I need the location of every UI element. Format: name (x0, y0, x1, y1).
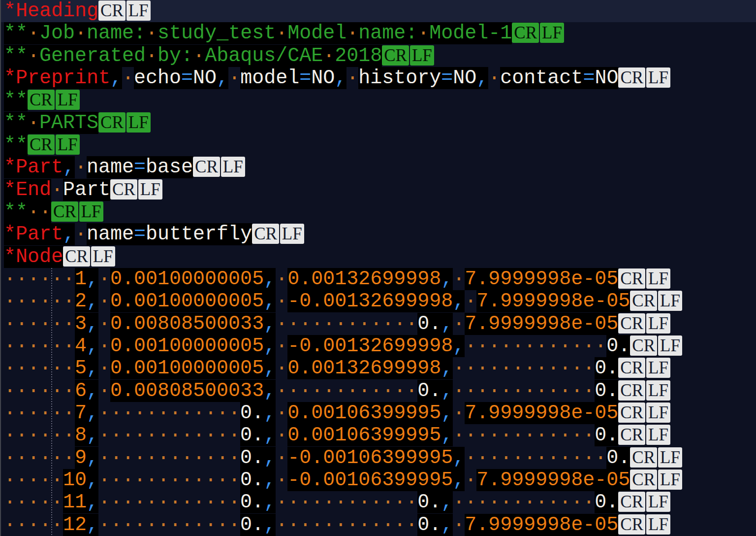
line-node-8[interactable]: ······8,············0.,·0.00106399995,··… (1, 424, 756, 446)
cr-marker: CR (618, 425, 645, 445)
line-node-2[interactable]: ······2,·0.00100000005,·-0.00132699998,·… (1, 290, 756, 312)
lf-marker: LF (646, 402, 670, 423)
token-punctuation: = (299, 67, 311, 89)
token-whitespace-dots: · (51, 179, 63, 201)
token-punctuation: , (441, 424, 453, 446)
lf-marker: LF (646, 380, 670, 401)
token-number: 11 (63, 491, 87, 513)
token-text: 0. (595, 424, 618, 446)
token-whitespace-dots: · (276, 290, 287, 312)
code-editor-area[interactable]: *HeadingCRLF**·Job·name:·study_test·Mode… (1, 0, 756, 536)
token-whitespace-dots: · (98, 313, 110, 335)
token-whitespace-dots: · (146, 22, 158, 44)
crlf-marker: CRLF (98, 112, 152, 134)
token-number: 6 (75, 380, 87, 402)
token-text: NO (193, 67, 217, 89)
lf-marker: LF (646, 268, 670, 289)
line-node-1[interactable]: ······1,·0.00100000005,·0.00132699998,·7… (1, 268, 756, 290)
crlf-marker: CRLF (618, 514, 671, 536)
lf-marker: LF (138, 179, 162, 200)
line-node-12[interactable]: ·····12,············0.,············0.,·7… (1, 514, 756, 536)
token-whitespace-dots: ······ (4, 402, 75, 424)
token-number: 4 (75, 335, 87, 357)
token-punctuation: , (87, 313, 98, 335)
lf-marker: LF (646, 514, 670, 535)
line-node-3[interactable]: ······3,·0.00808500033,············0.,·7… (1, 313, 756, 335)
crlf-marker: CRLF (618, 491, 671, 513)
crlf-marker: CRLF (98, 0, 152, 22)
token-number: 3 (75, 313, 87, 335)
lf-marker: LF (126, 112, 151, 133)
token-whitespace-dots: · (276, 268, 287, 290)
token-whitespace-dots: · (28, 22, 39, 44)
token-number: 0.00100000005 (110, 268, 264, 290)
crlf-marker: CRLF (51, 201, 104, 223)
line-node-5[interactable]: ······5,·0.00100000005,·0.00132699998,··… (1, 357, 756, 379)
token-whitespace-dots: · (28, 112, 39, 134)
token-whitespace-dots: · (98, 290, 110, 312)
token-whitespace-dots: · (488, 67, 500, 89)
line-comment-parts[interactable]: **·PARTSCRLF (1, 112, 756, 134)
line-part-butterfly[interactable]: *Part,·name=butterflyCRLF (1, 223, 756, 245)
crlf-marker: CRLF (512, 22, 565, 44)
token-text: 0. (240, 469, 264, 491)
token-punctuation: , (87, 380, 98, 402)
line-node-4[interactable]: ······4,·0.00100000005,·-0.00132699998,·… (1, 335, 756, 357)
token-comment: PARTS (39, 112, 98, 134)
lf-marker: LF (91, 246, 115, 267)
token-whitespace-dots: ············ (453, 380, 595, 402)
line-heading[interactable]: *HeadingCRLF (1, 0, 756, 22)
cr-marker: CR (63, 246, 90, 267)
token-whitespace-dots: ············ (453, 357, 595, 379)
cr-marker: CR (51, 201, 78, 222)
token-number: 0.00100000005 (110, 357, 264, 379)
token-number: 7.9999998e-05 (465, 313, 618, 335)
lf-marker: LF (410, 45, 434, 66)
lf-marker: LF (646, 425, 670, 445)
token-comment: Model-1 (429, 22, 512, 44)
line-node-7[interactable]: ······7,············0.,·0.00106399995,·7… (1, 402, 756, 424)
token-text: 0. (240, 402, 264, 424)
token-punctuation: , (453, 335, 465, 357)
token-text: name (87, 223, 134, 245)
lf-marker: LF (658, 469, 682, 490)
crlf-marker: CRLF (382, 45, 435, 67)
line-comment-job[interactable]: **·Job·name:·study_test·Model·name:·Mode… (1, 22, 756, 44)
lf-marker: LF (646, 67, 670, 88)
token-punctuation: , (264, 447, 276, 469)
crlf-marker: CRLF (618, 402, 671, 424)
line-end-part[interactable]: *End·PartCRLF (1, 179, 756, 201)
token-whitespace-dots: · (323, 45, 335, 67)
token-whitespace-dots: · (417, 22, 429, 44)
token-whitespace-dots: ············ (276, 491, 417, 513)
line-node-11[interactable]: ·····11,············0.,············0.,··… (1, 491, 756, 513)
token-comment: ** (4, 112, 28, 134)
token-text: echo (134, 67, 181, 89)
token-punctuation: , (441, 402, 453, 424)
line-preprint[interactable]: *Preprint,·echo=NO,·model=NO,·history=NO… (1, 67, 756, 89)
token-whitespace-dots: ············ (453, 491, 595, 513)
line-node-6[interactable]: ······6,·0.00808500033,············0.,··… (1, 380, 756, 402)
token-whitespace-dots: · (75, 22, 87, 44)
line-node-10[interactable]: ·····10,············0.,·-0.00106399995,·… (1, 469, 756, 491)
token-punctuation: , (264, 380, 276, 402)
token-number: 7.9999998e-05 (465, 514, 618, 536)
line-node-keyword[interactable]: *NodeCRLF (1, 246, 756, 268)
token-whitespace-dots: · (276, 335, 287, 357)
token-number: 0.00132699998 (287, 357, 441, 379)
token-comment: name: (358, 22, 417, 44)
line-node-9[interactable]: ······9,············0.,·-0.00106399995,·… (1, 447, 756, 469)
token-text: 0. (606, 447, 630, 469)
token-whitespace-dots: ····· (4, 514, 63, 536)
token-punctuation: , (63, 156, 75, 178)
token-text: NO (453, 67, 476, 89)
line-part-base[interactable]: *Part,·name=baseCRLF (1, 156, 756, 178)
token-whitespace-dots: · (276, 22, 287, 44)
line-comment-generated[interactable]: **·Generated·by:·Abaqus/CAE·2018CRLF (1, 45, 756, 67)
line-comment-blank[interactable]: **CRLF (1, 134, 756, 156)
line-comment-blank[interactable]: **CRLF (1, 89, 756, 111)
token-whitespace-dots: · (453, 402, 465, 424)
cr-marker: CR (630, 335, 657, 356)
notepad-editor-window: { "syntax_colors": { "background": "#0d1… (0, 0, 756, 536)
line-comment-trailing-spaces[interactable]: **··CRLF (1, 201, 756, 223)
